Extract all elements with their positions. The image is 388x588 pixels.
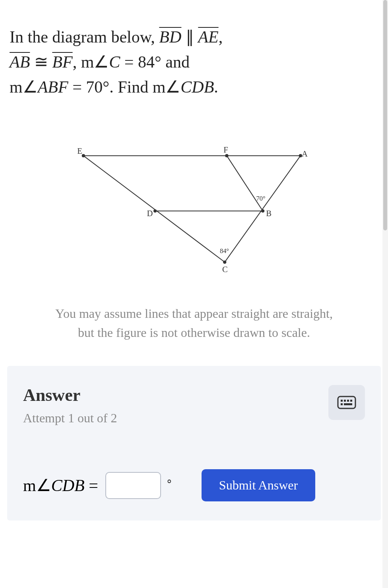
svg-line-2 (225, 156, 301, 262)
svg-point-6 (225, 154, 228, 157)
answer-input[interactable] (105, 472, 161, 499)
degree-symbol: ∘ (166, 474, 173, 487)
math-angle-c: m∠C = 84° (81, 53, 161, 71)
answer-title: Answer (23, 385, 117, 405)
label-e: E (77, 147, 82, 155)
svg-rect-11 (338, 397, 355, 408)
svg-point-8 (153, 209, 157, 213)
label-d: D (147, 209, 153, 218)
label-f: F (223, 145, 228, 154)
answer-panel: Answer Attempt 1 out of 2 m∠CDB = ∘ Subm (7, 366, 381, 520)
geometry-svg: E F A D B C 70° 84° (43, 143, 345, 279)
svg-point-10 (223, 261, 226, 264)
keyboard-icon (337, 396, 356, 409)
svg-rect-16 (341, 403, 343, 405)
svg-rect-17 (344, 403, 352, 405)
angle-70-label: 70° (256, 195, 266, 202)
angle-84-label: 84° (220, 247, 229, 255)
note-line2: but the figure is not otherwise drawn to… (78, 325, 310, 340)
note-line1: You may assume lines that appear straigh… (55, 306, 333, 321)
diagram-figure: E F A D B C 70° 84° (10, 143, 378, 280)
label-a: A (302, 149, 308, 158)
math-target: m∠CDB (153, 78, 214, 96)
math-ab-cong-bf: AB ≅ BF (10, 53, 73, 71)
svg-line-3 (227, 156, 263, 211)
svg-point-9 (261, 209, 264, 213)
label-b: B (266, 209, 272, 218)
answer-title-wrap: Answer Attempt 1 out of 2 (23, 385, 117, 426)
answer-label: m∠CDB = (23, 476, 98, 495)
problem-intro: In the diagram below, (10, 28, 159, 46)
scrollbar-track (382, 0, 388, 588)
attempt-text: Attempt 1 out of 2 (23, 411, 117, 426)
svg-rect-15 (350, 400, 352, 402)
math-angle-abf: m∠ABF = 70° (10, 78, 109, 96)
diagram-labels: E F A D B C (77, 145, 308, 274)
svg-rect-13 (344, 400, 346, 402)
answer-header: Answer Attempt 1 out of 2 (23, 385, 365, 426)
svg-line-1 (83, 156, 225, 262)
scrollbar-thumb[interactable] (383, 0, 387, 230)
scale-note: You may assume lines that appear straigh… (17, 304, 371, 342)
keyboard-button[interactable] (328, 385, 365, 420)
submit-answer-button[interactable]: Submit Answer (202, 469, 315, 501)
math-bd-parallel-ae: BD ∥ AE (159, 28, 218, 46)
content-area: In the diagram below, BD ∥ AE, AB ≅ BF, … (0, 0, 388, 520)
problem-statement: In the diagram below, BD ∥ AE, AB ≅ BF, … (10, 25, 378, 100)
svg-rect-14 (347, 400, 349, 402)
svg-rect-12 (341, 400, 343, 402)
label-c: C (222, 265, 228, 274)
answer-input-row: m∠CDB = ∘ Submit Answer (23, 469, 365, 501)
